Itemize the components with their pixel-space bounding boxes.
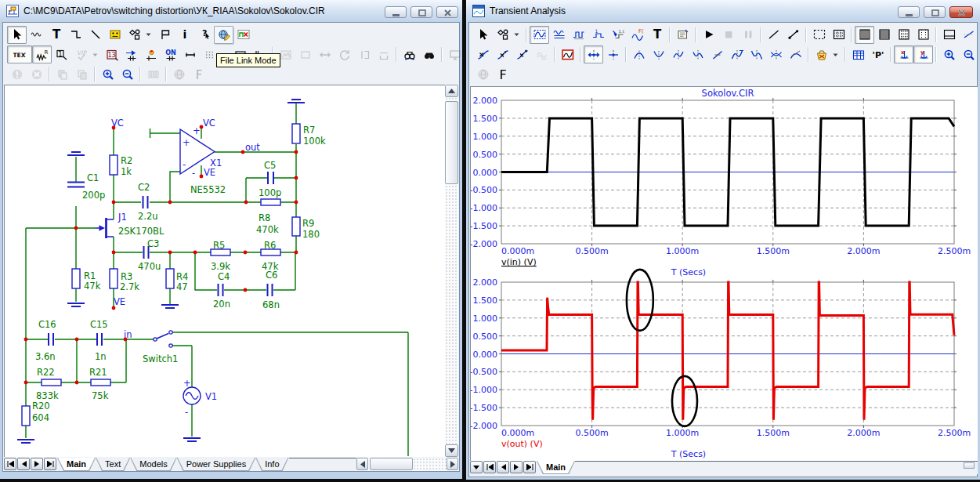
curprobe-icon[interactable] <box>121 45 141 63</box>
wave-icon[interactable] <box>27 26 46 44</box>
dd-icon[interactable] <box>91 45 102 63</box>
restore-button[interactable] <box>924 6 946 18</box>
xscale-icon[interactable]: x <box>894 45 913 63</box>
cal13-icon[interactable]: 13 <box>102 45 121 63</box>
resistor-symbol[interactable] <box>261 199 280 205</box>
sphere-icon[interactable] <box>169 65 189 83</box>
probtrans-icon[interactable]: 1.0 <box>608 26 627 44</box>
scroll-left-button[interactable] <box>356 458 368 470</box>
schematic-titlebar[interactable]: C:\MC9\DATA\Petrov\switching distortion\… <box>0 0 462 22</box>
transient-titlebar[interactable]: Transient Analysis <box>466 0 980 22</box>
tab-models[interactable]: Models <box>130 458 176 471</box>
monitor-icon[interactable] <box>445 45 465 63</box>
texttool-icon[interactable]: T <box>647 26 667 44</box>
ghigh-icon[interactable] <box>727 45 747 63</box>
zoomout-icon[interactable] <box>118 65 137 83</box>
peak-icon[interactable] <box>629 45 649 63</box>
tab-main[interactable]: Main <box>537 461 575 474</box>
find-icon[interactable] <box>400 45 419 63</box>
stop-icon[interactable] <box>718 26 738 44</box>
tab-last-button[interactable] <box>523 461 536 473</box>
paste-icon[interactable] <box>52 65 72 83</box>
select-icon[interactable] <box>7 26 27 44</box>
fletter-icon[interactable]: F <box>189 65 208 83</box>
digwave-icon[interactable]: 1 <box>588 26 608 44</box>
minimize-button[interactable] <box>898 6 920 18</box>
curvex3-icon[interactable] <box>512 45 532 63</box>
cursorplus-icon[interactable] <box>603 45 623 63</box>
tab-next-button[interactable] <box>510 461 523 473</box>
helpptr-icon[interactable]: ? <box>194 26 214 44</box>
tangent-icon[interactable] <box>786 45 805 63</box>
pattv-icon[interactable] <box>855 26 874 44</box>
find2-icon[interactable] <box>419 45 439 63</box>
run-icon[interactable] <box>699 26 718 44</box>
shapes-icon[interactable] <box>125 26 144 44</box>
waveform-v(out) (V)[interactable] <box>501 282 954 420</box>
resistor-symbol[interactable] <box>72 269 80 288</box>
resistor-symbol[interactable] <box>22 406 30 426</box>
schematic-canvas[interactable]: VCVCVEVEoutinX1J1V1+-+-+-C1200pR21kC22.2… <box>4 85 445 457</box>
dd-icon[interactable] <box>512 26 523 44</box>
dd-icon[interactable] <box>831 45 842 63</box>
scopered-icon[interactable] <box>558 45 577 63</box>
series-label[interactable]: v(out) (V) <box>501 439 543 449</box>
pattg-icon[interactable] <box>894 26 913 44</box>
resistor-symbol[interactable] <box>42 379 61 386</box>
error-icon[interactable] <box>7 65 27 83</box>
zoomout-icon[interactable] <box>959 45 978 63</box>
sphere-icon[interactable] <box>473 66 493 84</box>
tab-first-button[interactable] <box>4 458 16 470</box>
textmode-icon[interactable]: TEXT <box>7 45 32 63</box>
fletterB-icon[interactable]: F <box>493 66 512 84</box>
pinnum-icon[interactable]: 1 <box>52 45 71 63</box>
range-icon[interactable] <box>766 45 786 63</box>
bus-icon[interactable] <box>105 26 125 44</box>
valley-icon[interactable] <box>649 45 668 63</box>
boxgray-icon[interactable] <box>295 45 315 63</box>
vscroll-thumb[interactable] <box>445 101 458 184</box>
patth-icon[interactable] <box>874 26 894 44</box>
ortho-icon[interactable] <box>66 26 85 44</box>
linedraw-icon[interactable] <box>764 26 783 44</box>
scope-icon[interactable] <box>530 26 549 44</box>
hscroll-thumb[interactable] <box>370 458 413 470</box>
zoomin-icon[interactable] <box>939 45 959 63</box>
flag-icon[interactable] <box>155 26 175 44</box>
basket-icon[interactable] <box>812 45 831 63</box>
fliph-icon[interactable] <box>374 45 393 63</box>
film-icon[interactable] <box>143 65 163 83</box>
wireend-icon[interactable] <box>180 45 200 63</box>
schematic-hscrollbar[interactable] <box>356 458 458 471</box>
splitbox-icon[interactable] <box>939 26 959 44</box>
pquote-icon[interactable]: 'P' <box>868 45 888 63</box>
shapes-icon[interactable] <box>493 26 512 44</box>
pause-icon[interactable] <box>738 26 758 44</box>
linept-icon[interactable] <box>783 26 803 44</box>
tab-text[interactable]: Text <box>96 458 130 471</box>
curvex2-icon[interactable] <box>493 45 512 63</box>
switch-blade[interactable] <box>157 334 168 339</box>
inflect-icon[interactable] <box>668 45 688 63</box>
tabbar-resize[interactable] <box>962 461 978 474</box>
squiggle-icon[interactable] <box>532 45 551 63</box>
props-icon[interactable] <box>673 26 693 44</box>
slope2-icon[interactable] <box>707 45 727 63</box>
dd-icon[interactable] <box>144 26 155 44</box>
filelink-icon[interactable] <box>214 26 233 44</box>
info-icon[interactable]: i <box>175 26 194 44</box>
tab-prev-button[interactable] <box>497 461 509 473</box>
tab-power-supplies[interactable]: Power Supplies <box>177 458 255 471</box>
resistor-symbol[interactable] <box>110 269 118 288</box>
flatpt-icon[interactable] <box>688 45 707 63</box>
pattd-icon[interactable] <box>913 26 933 44</box>
scroll-up-button[interactable] <box>445 85 458 97</box>
onoff-icon[interactable]: ON <box>161 45 180 63</box>
tab-info[interactable]: Info <box>255 458 288 471</box>
paste2-icon[interactable] <box>72 65 92 83</box>
dashbox-icon[interactable] <box>809 26 829 44</box>
resistor-symbol[interactable] <box>110 155 118 175</box>
tab-first-button[interactable] <box>483 461 496 473</box>
diganalog-icon[interactable] <box>233 26 253 44</box>
schematic-vscrollbar[interactable] <box>445 85 458 457</box>
